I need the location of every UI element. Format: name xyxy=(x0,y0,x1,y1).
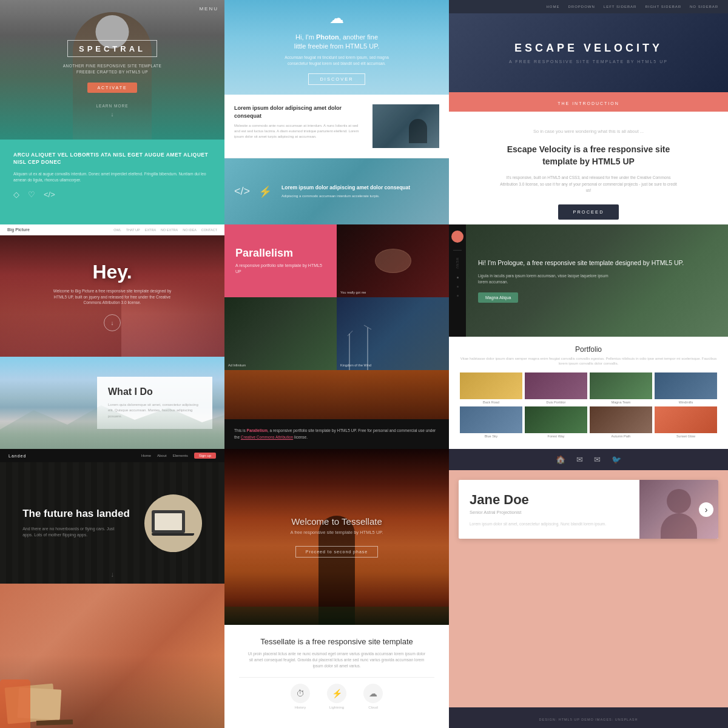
tess-hero-sub: A free responsive site template by HTML5… xyxy=(291,530,383,535)
spectral-icons: ◇ ♡ </> xyxy=(13,190,211,199)
prologue-divider xyxy=(453,250,462,251)
ev-navbar: HOME DROPDOWN LEFT SIDEBAR RIGHT SIDEBAR… xyxy=(449,0,728,13)
landed-text: The future has landed And there are no h… xyxy=(22,507,130,538)
bp-nav-link-2[interactable]: THAT UP xyxy=(126,228,140,232)
ev-nav-home[interactable]: HOME xyxy=(546,5,559,8)
portfolio-item-1[interactable]: Back Road xyxy=(460,372,522,404)
portfolio-item-2[interactable]: Duis Porttitor xyxy=(525,372,587,404)
ev-nav-no[interactable]: NO SIDEBAR xyxy=(690,5,718,8)
port-img-1 xyxy=(460,372,522,399)
para-brand: Parallelism xyxy=(247,428,268,433)
landed-bottom xyxy=(0,584,224,728)
landed-nav-home[interactable]: Home xyxy=(141,454,151,457)
bp-circle-icon[interactable]: ↓ xyxy=(104,314,121,331)
portfolio-desc: Vitae habitasse dolor ipsum diam semper … xyxy=(460,356,717,366)
para-img-2: Ad Infinitum xyxy=(224,297,337,370)
bp-nav-link-5[interactable]: NO IDEA xyxy=(183,228,197,232)
laptop-screen xyxy=(152,510,185,533)
portfolio-item-5[interactable]: Blue Sky xyxy=(460,406,522,438)
port-img-4 xyxy=(655,372,717,399)
tess-footer-title: Tessellate is a free responsive site tem… xyxy=(239,637,434,646)
prologue-avatar xyxy=(451,231,463,243)
astral-top-bar: 🏠 ✉ ✉ 🐦 xyxy=(449,449,728,470)
bp-nav-links: OWL THAT UP EXTRA NO EXTRA NO IDEA CONTA… xyxy=(113,228,217,232)
prologue-dot-2 xyxy=(457,286,459,288)
astral-card-text: Jane Doe Senior Astral Projectionist Lor… xyxy=(459,480,639,539)
spectral-down-arrow: ↓ xyxy=(111,111,114,118)
para-license-link[interactable]: Creative Commons Attribution xyxy=(241,435,293,439)
tess-hero-title: Welcome to Tessellate xyxy=(291,516,383,527)
astral-mail-icon-2[interactable]: ✉ xyxy=(594,455,601,464)
cell-escape-velocity: HOME DROPDOWN LEFT SIDEBAR RIGHT SIDEBAR… xyxy=(449,0,728,224)
photon-desc: Accumsan feugiat mi tincidunt sed lorem … xyxy=(276,55,397,67)
landed-signup-button[interactable]: Sign up xyxy=(194,453,216,459)
tess-footer-text: Ut proin placerat lictus ante ne nunc eu… xyxy=(246,651,428,669)
astral-footer: DESIGN: HTML5 UP DEMO IMAGES: UNSPLASH xyxy=(449,707,728,728)
port-label-1: Back Road xyxy=(460,400,522,404)
prologue-hero-desc: Ligula in iaculis para ipsum lorem accum… xyxy=(478,273,612,285)
spectral-title-box: SPECTRAL xyxy=(67,40,157,57)
landed-nav-about[interactable]: About xyxy=(157,454,167,457)
portfolio-item-6[interactable]: Forest Way xyxy=(525,406,587,438)
photon-banner-heading: Lorem ipsum dolor adipiscing amet dolor … xyxy=(281,184,410,192)
bp-hey: Hey. xyxy=(92,261,132,283)
astral-role: Senior Astral Projectionist xyxy=(470,510,629,515)
para-title-block: Parallelism A responsive portfolio site … xyxy=(224,224,337,297)
photon-banner-text: Lorem ipsum dolor adipiscing amet dolor … xyxy=(281,184,410,199)
portfolio-item-7[interactable]: Autumn Path xyxy=(590,406,652,438)
laptop-display xyxy=(155,513,182,530)
ev-nav-right[interactable]: RIGHT SIDEBAR xyxy=(645,5,681,8)
ev-nav-dropdown[interactable]: DROPDOWN xyxy=(568,5,595,8)
ev-subtitle: A FREE RESPONSIVE SITE TEMPLATE BY HTML5… xyxy=(509,59,668,64)
cell-parallelism: Parallelism A responsive portfolio site … xyxy=(224,224,449,449)
bp-nav-link-3[interactable]: EXTRA xyxy=(145,228,156,232)
bp-nav-link-1[interactable]: OWL xyxy=(113,228,121,232)
ev-title: ESCAPE VELOCITY xyxy=(514,42,662,55)
prologue-cta-button[interactable]: Magna Aliqua xyxy=(478,292,518,303)
prologue-menu-label: MENU xyxy=(456,258,459,269)
cell-landed: Landed Home About Elements Sign up The f… xyxy=(0,449,224,728)
port-img-7 xyxy=(590,406,652,433)
ev-proceed-button[interactable]: PROCEED xyxy=(558,204,618,220)
landed-nav-elements[interactable]: Elements xyxy=(173,454,188,457)
port-img-8 xyxy=(655,406,717,433)
activate-button[interactable]: ACTIVATE xyxy=(87,83,136,93)
bp-navbar: Big Picture OWL THAT UP EXTRA NO EXTRA N… xyxy=(0,224,224,235)
port-img-5 xyxy=(460,406,522,433)
para-subtitle: A responsive portfolio site template by … xyxy=(235,263,326,275)
heart-icon: ♡ xyxy=(28,190,35,199)
landed-navbar: Landed Home About Elements Sign up xyxy=(0,449,224,462)
discover-button[interactable]: DISCOVER xyxy=(308,73,365,85)
astral-mail-icon-1[interactable]: ✉ xyxy=(576,455,583,464)
tess-icon-label-2: Lightning xyxy=(329,706,344,709)
prologue-portfolio: Portfolio Vitae habitasse dolor ipsum di… xyxy=(449,337,728,449)
astral-home-icon[interactable]: 🏠 xyxy=(556,455,565,464)
port-img-3 xyxy=(590,372,652,399)
bp-hero: Hey. Welcome to Big Picture a free respo… xyxy=(0,235,224,357)
portfolio-item-8[interactable]: Sunset Glow xyxy=(655,406,717,438)
landed-hero: The future has landed And there are no h… xyxy=(0,462,224,584)
port-label-4: Windmills xyxy=(655,400,717,404)
bp-nav-link-6[interactable]: CONTACT xyxy=(201,228,217,232)
learn-more-link[interactable]: LEARN MORE xyxy=(96,104,129,108)
bp-nav-link-4[interactable]: NO EXTRA xyxy=(161,228,178,232)
ev-nav-left[interactable]: LEFT SIDEBAR xyxy=(604,5,637,8)
tess-icon-lightning: ⚡ Lightning xyxy=(327,684,346,709)
astral-twitter-icon[interactable]: 🐦 xyxy=(612,455,621,464)
port-img-2 xyxy=(525,372,587,399)
tess-icon-label-1: History xyxy=(295,706,306,709)
ev-hero: ESCAPE VELOCITY A FREE RESPONSIVE SITE T… xyxy=(449,13,728,92)
portfolio-item-4[interactable]: Windmills xyxy=(655,372,717,404)
tess-icon-label-3: Cloud xyxy=(368,706,378,709)
astral-next-button[interactable]: › xyxy=(699,502,713,517)
tess-proceed-button[interactable]: Proceed to second phase xyxy=(295,546,378,558)
para-footer: This is Parallelism, a responsive portfo… xyxy=(224,419,449,449)
portfolio-item-3[interactable]: Magna Team xyxy=(590,372,652,404)
tess-hero: Welcome to Tessellate A free responsive … xyxy=(224,449,449,625)
cloud-icon: ☁ xyxy=(329,10,344,27)
prologue-main: Hi! I'm Prologue, a free responsive site… xyxy=(466,224,728,337)
port-label-6: Forest Way xyxy=(525,434,587,438)
portfolio-title: Portfolio xyxy=(460,345,717,354)
laptop-base xyxy=(152,533,194,536)
prologue-sidebar: MENU xyxy=(449,224,466,337)
